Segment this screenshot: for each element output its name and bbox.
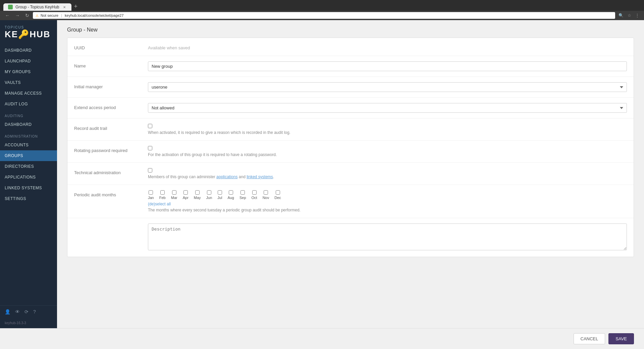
refresh-icon[interactable]: ⟳ xyxy=(24,309,29,314)
month-aug: Aug xyxy=(227,190,234,200)
description-textarea[interactable] xyxy=(148,223,627,250)
sidebar-item-applications[interactable]: APPLICATIONS xyxy=(0,172,57,183)
rotating-password-checkbox[interactable] xyxy=(148,146,152,150)
new-tab-button[interactable]: + xyxy=(71,2,80,11)
rotating-password-checkbox-row xyxy=(148,146,627,150)
back-button[interactable]: ← xyxy=(3,12,11,19)
sidebar-item-manage-access[interactable]: MANAGE ACCESS xyxy=(0,88,57,99)
sidebar-item-dashboard[interactable]: DASHBOARD xyxy=(0,45,57,56)
sidebar-item-accounts[interactable]: ACCOUNTS xyxy=(0,140,57,150)
sidebar-item-my-groups[interactable]: MY GROUPS xyxy=(0,66,57,77)
month-apr-checkbox[interactable] xyxy=(183,190,188,195)
month-feb-checkbox[interactable] xyxy=(160,190,165,195)
month-apr-label: Apr xyxy=(183,196,189,200)
linked-systems-link[interactable]: linked systems xyxy=(247,174,273,179)
sidebar-nav: DASHBOARD LAUNCHPAD MY GROUPS VAULTS MAN… xyxy=(0,45,57,305)
sidebar-item-vaults[interactable]: VAULTS xyxy=(0,77,57,88)
extensions-button[interactable]: ⋮ xyxy=(634,12,641,18)
month-jun-label: Jun xyxy=(206,196,212,200)
tab-bar: Group - Topicus KeyHub ✕ + xyxy=(0,0,644,11)
initial-manager-field-container: userone xyxy=(148,82,627,92)
save-button[interactable]: SAVE xyxy=(608,333,634,344)
sidebar: topicus KE🔑HUB DASHBOARD LAUNCHPAD MY GR… xyxy=(0,20,57,328)
sidebar-item-auditing-dashboard[interactable]: DASHBOARD xyxy=(0,119,57,130)
administration-section-header: ADMINISTRATION xyxy=(0,130,57,140)
uuid-row: UUID Available when saved xyxy=(67,38,634,56)
month-may-checkbox[interactable] xyxy=(195,190,200,195)
security-warning: ⚠ xyxy=(36,14,39,17)
periodic-audit-label: Periodic audit months xyxy=(74,190,148,197)
month-sep-checkbox[interactable] xyxy=(240,190,245,195)
applications-link[interactable]: applications xyxy=(216,174,237,179)
rotating-password-description: For the activation of this group it is r… xyxy=(148,152,627,157)
record-audit-description: When activated, it is required to give a… xyxy=(148,130,627,135)
month-jul-checkbox[interactable] xyxy=(218,190,222,195)
logo-keyhub: KE🔑HUB xyxy=(5,29,52,40)
forward-button[interactable]: → xyxy=(13,12,21,19)
month-dec-checkbox[interactable] xyxy=(276,190,280,195)
extend-access-select[interactable]: Not allowed 1 week 2 weeks 1 month xyxy=(148,103,627,113)
month-dec: Dec xyxy=(274,190,281,200)
search-icon-button[interactable]: 🔍 xyxy=(617,12,625,18)
initial-manager-select[interactable]: userone xyxy=(148,82,627,92)
tab-title: Group - Topicus KeyHub xyxy=(15,5,59,9)
technical-admin-desc-text2: and xyxy=(237,174,247,179)
record-audit-checkbox[interactable] xyxy=(148,124,152,128)
record-audit-field-container: When activated, it is required to give a… xyxy=(148,124,627,135)
initial-manager-row: Initial manager userone xyxy=(67,77,634,98)
security-label: Not secure xyxy=(41,13,58,17)
rotating-password-row: Rotating password required For the activ… xyxy=(67,141,634,163)
name-input[interactable] xyxy=(148,61,627,71)
technical-admin-checkbox[interactable] xyxy=(148,168,152,172)
month-dec-label: Dec xyxy=(274,196,281,200)
name-row: Name xyxy=(67,56,634,77)
month-apr: Apr xyxy=(183,190,189,200)
eye-icon[interactable]: 👁 xyxy=(15,309,20,314)
month-oct-label: Oct xyxy=(252,196,257,200)
sidebar-item-launchpad[interactable]: LAUNCHPAD xyxy=(0,56,57,66)
description-row xyxy=(67,218,634,257)
reload-button[interactable]: ↻ xyxy=(23,12,31,19)
sidebar-item-groups[interactable]: GROUPS xyxy=(0,150,57,161)
cancel-button[interactable]: CANCEL xyxy=(574,333,605,344)
form-card: UUID Available when saved Name Initial m… xyxy=(67,38,634,257)
month-nov-checkbox[interactable] xyxy=(264,190,268,195)
technical-admin-row: Technical administration Members of this… xyxy=(67,163,634,185)
technical-admin-description: Members of this group can administer app… xyxy=(148,174,627,179)
month-mar: Mar xyxy=(171,190,177,200)
name-field-container xyxy=(148,61,627,71)
description-label xyxy=(74,223,148,226)
month-jun-checkbox[interactable] xyxy=(207,190,211,195)
month-sep: Sep xyxy=(239,190,246,200)
record-audit-row: Record audit trail When activated, it is… xyxy=(67,118,634,141)
month-mar-checkbox[interactable] xyxy=(172,190,176,195)
address-bar[interactable]: ⚠ Not secure | keyhub.local/console/wick… xyxy=(33,12,615,19)
deselect-all-link[interactable]: (de)select all xyxy=(148,202,171,206)
month-aug-checkbox[interactable] xyxy=(229,190,233,195)
sidebar-item-linked-systems[interactable]: LINKED SYSTEMS xyxy=(0,183,57,193)
tab-close-button[interactable]: ✕ xyxy=(62,5,67,9)
technical-admin-checkbox-row xyxy=(148,168,627,172)
user-icon[interactable]: 👤 xyxy=(5,309,10,314)
sidebar-item-settings[interactable]: SETTINGS xyxy=(0,193,57,204)
month-sep-label: Sep xyxy=(239,196,246,200)
month-feb-label: Feb xyxy=(159,196,166,200)
month-jan-checkbox[interactable] xyxy=(149,190,153,195)
uuid-value: Available when saved xyxy=(148,43,627,50)
logo-text: KE🔑HUB xyxy=(5,29,50,40)
month-mar-label: Mar xyxy=(171,196,177,200)
sidebar-item-audit-log[interactable]: AUDIT LOG xyxy=(0,99,57,109)
month-oct-checkbox[interactable] xyxy=(252,190,257,195)
month-jan: Jan xyxy=(148,190,154,200)
page-title: Group - New xyxy=(67,27,634,33)
auditing-section-header: AUDITING xyxy=(0,109,57,119)
active-tab[interactable]: Group - Topicus KeyHub ✕ xyxy=(3,3,71,11)
month-feb: Feb xyxy=(159,190,166,200)
sidebar-item-directories[interactable]: DIRECTORIES xyxy=(0,161,57,172)
browser-toolbar: ← → ↻ ⚠ Not secure | keyhub.local/consol… xyxy=(0,11,644,20)
bookmark-button[interactable]: ☆ xyxy=(626,12,633,18)
help-icon[interactable]: ? xyxy=(33,309,36,314)
months-note: The months where every second tuesday a … xyxy=(148,208,627,212)
app-container: topicus KE🔑HUB DASHBOARD LAUNCHPAD MY GR… xyxy=(0,20,644,328)
name-label: Name xyxy=(74,61,148,68)
